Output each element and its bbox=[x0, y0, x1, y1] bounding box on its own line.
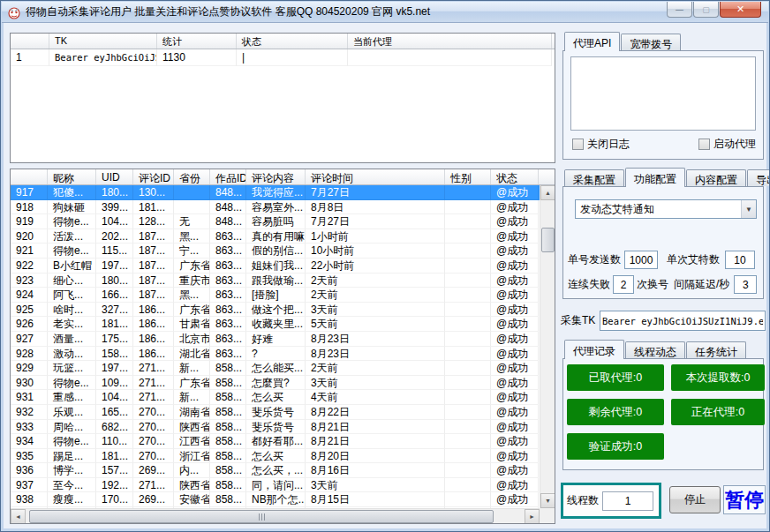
fail-count-input[interactable] bbox=[613, 275, 634, 294]
column-header[interactable]: 评论时间 bbox=[306, 169, 445, 184]
table-row[interactable]: 936博学...157...269...内...858...怎么买，...8月1… bbox=[11, 463, 540, 478]
maximize-button[interactable]: ▢ bbox=[693, 2, 719, 18]
vertical-scrollbar[interactable]: ▲ ▼ bbox=[540, 185, 555, 508]
table-cell: ? bbox=[246, 347, 306, 362]
proxy-api-input[interactable] bbox=[570, 56, 756, 131]
scroll-left-icon[interactable]: ◄ bbox=[11, 509, 26, 524]
table-row[interactable]: 921得物e...115...187...宁...863...假的别信...10… bbox=[11, 244, 540, 259]
tab-task-stats[interactable]: 任务统计 bbox=[686, 341, 746, 358]
scroll-right-icon[interactable]: ► bbox=[525, 509, 540, 524]
table-row[interactable]: 929玩篮...197...271...新...858...怎么能买...2天前… bbox=[11, 361, 540, 376]
proxy-panel: 代理API 宽带拨号 关闭日志 启动代理 bbox=[562, 31, 764, 160]
table-cell: 271... bbox=[133, 478, 174, 493]
counter-active-proxies[interactable]: 正在代理:0 bbox=[671, 399, 765, 425]
table-cell: 399... bbox=[96, 200, 133, 215]
table-row[interactable]: 920活泼...202...187...黑...863...真的有用嘛1小时前@… bbox=[11, 229, 540, 244]
table-row[interactable]: 935踢足...181...270...浙江省858...怎么买8月20日@成功 bbox=[11, 449, 540, 464]
table-cell: 128... bbox=[133, 214, 174, 229]
tab-broadband-dial[interactable]: 宽带拨号 bbox=[621, 34, 681, 50]
mentions-per-post-input[interactable] bbox=[725, 251, 755, 269]
table-cell: 858... bbox=[210, 463, 246, 478]
minimize-icon: — bbox=[676, 5, 683, 14]
tab-proxy-record[interactable]: 代理记录 bbox=[564, 340, 624, 359]
column-header[interactable]: 昵称 bbox=[48, 169, 96, 184]
close-icon: ✕ bbox=[736, 4, 744, 15]
table-cell bbox=[445, 317, 491, 332]
counter-verified[interactable]: 验证成功:0 bbox=[567, 433, 664, 460]
counter-fetched-count[interactable]: 本次提取数:0 bbox=[671, 364, 765, 391]
table-row[interactable]: 918狗妹砸399...181...848...容易室外...8月8日@成功 bbox=[11, 200, 540, 215]
table-row[interactable]: 932乐观...165...270...湖南省858...斐乐货号8月22日@成… bbox=[11, 405, 540, 420]
pause-button[interactable]: 暂停 bbox=[723, 485, 766, 514]
table-row[interactable]: 938瘦瘦...170...269...安徽省858...NB那个怎...8月1… bbox=[11, 492, 540, 507]
column-header[interactable]: 统计 bbox=[157, 34, 237, 49]
table-cell: 931 bbox=[11, 390, 48, 405]
column-header[interactable]: UID bbox=[96, 169, 133, 184]
table-row[interactable]: 1Bearer eyJhbGciOiJSU...1130| bbox=[11, 49, 555, 66]
column-header[interactable]: 性别 bbox=[445, 169, 491, 184]
table-cell: 8月23日 bbox=[306, 332, 445, 347]
table-row[interactable]: 925啥时...327...186...广东省863...做这个把...3天前@… bbox=[11, 303, 540, 318]
table-cell: @成功 bbox=[491, 492, 539, 507]
column-header[interactable]: 状态 bbox=[491, 169, 539, 184]
table-cell: @成功 bbox=[491, 185, 539, 200]
column-header[interactable]: 评论ID bbox=[133, 169, 174, 184]
table-cell bbox=[174, 185, 210, 200]
table-row[interactable]: 930得物e...109...271...广东省858...怎麼買?3天前@成功 bbox=[11, 376, 540, 391]
tab-thread-activity[interactable]: 线程动态 bbox=[625, 341, 685, 358]
close-button[interactable]: ✕ bbox=[720, 2, 761, 18]
table-cell: 都好看耶... bbox=[246, 434, 306, 449]
table-row[interactable]: 937至今...192...271...陕西省858...同，请问...3天前@… bbox=[11, 478, 540, 493]
counter-remaining-proxies[interactable]: 剩余代理:0 bbox=[567, 399, 664, 425]
interval-input[interactable] bbox=[734, 275, 757, 294]
send-per-account-input[interactable] bbox=[624, 251, 658, 269]
table-row[interactable]: 926老实...181...186...甘肃省863...收藏夹里...5天前@… bbox=[11, 317, 540, 332]
table-cell: 922 bbox=[11, 259, 48, 273]
table-cell: 8月15日 bbox=[306, 492, 445, 507]
horizontal-scroll-thumb[interactable] bbox=[29, 510, 494, 523]
notify-type-dropdown[interactable]: 发动态艾特通知 ▼ bbox=[575, 199, 757, 219]
table-cell: 109... bbox=[96, 376, 133, 391]
scroll-up-icon[interactable]: ▲ bbox=[540, 185, 555, 200]
table-row[interactable]: 933周哈...682...270...陕西省858...斐乐货号8月21日@成… bbox=[11, 420, 540, 435]
column-header[interactable]: TK bbox=[49, 34, 157, 49]
counter-got-proxies[interactable]: 已取代理:0 bbox=[567, 364, 664, 391]
table-cell: 狗妹砸 bbox=[48, 200, 96, 215]
table-row[interactable]: 928激动...158...186...湖北省863...?8月23日@成功 bbox=[11, 347, 540, 362]
table-row[interactable]: 923细心...180...187...重庆市863...跟我做瑜...2天前@… bbox=[11, 273, 540, 288]
scroll-down-icon[interactable]: ▼ bbox=[540, 493, 555, 508]
thread-count-input[interactable] bbox=[602, 491, 653, 511]
horizontal-scrollbar[interactable]: ◄ ► bbox=[11, 508, 540, 523]
table-cell: 186... bbox=[133, 303, 174, 318]
minimize-button[interactable]: — bbox=[667, 2, 692, 18]
tab-function-config[interactable]: 功能配置 bbox=[625, 168, 685, 187]
collect-tk-input[interactable] bbox=[600, 311, 766, 331]
table-row[interactable]: 927酒量...175...186...北京市863...好难8月23日@成功 bbox=[11, 332, 540, 347]
table-row[interactable]: 934得物e...110...270...江西省858...都好看耶...8月2… bbox=[11, 434, 540, 449]
column-header[interactable]: 作品ID bbox=[210, 169, 246, 184]
stop-button[interactable]: 停止 bbox=[669, 486, 721, 513]
title-bar: 得物自动采集评论用户 批量关注和评论点赞协议软件 客服QQ 804520209 … bbox=[2, 2, 768, 23]
table-cell: @成功 bbox=[491, 478, 539, 493]
column-header[interactable]: 当前代理 bbox=[348, 34, 552, 49]
table-row[interactable]: 922B小红帽197...187...广东省863...姐妹们我...22小时前… bbox=[11, 259, 540, 273]
column-header[interactable]: 省份 bbox=[174, 169, 210, 184]
table-row[interactable]: 917犯傻...180...130...848...我觉得应...7月27日@成… bbox=[11, 185, 540, 200]
table-cell: 3天前 bbox=[306, 376, 445, 391]
checkbox-close-log[interactable]: 关闭日志 bbox=[572, 137, 630, 152]
tab-proxy-api[interactable]: 代理API bbox=[564, 32, 620, 51]
table-cell: 1 bbox=[11, 49, 49, 66]
table-cell bbox=[445, 303, 491, 318]
checkbox-start-proxy[interactable]: 启动代理 bbox=[698, 137, 756, 152]
column-header[interactable]: 评论内容 bbox=[246, 169, 306, 184]
table-row[interactable]: 924阿飞...166...187...黑...863...[捂脸]2天前@成功 bbox=[11, 288, 540, 303]
table-row[interactable]: 919得物e...104...128...无848...容易脏吗7月27日@成功 bbox=[11, 214, 540, 229]
tab-content-config[interactable]: 内容配置 bbox=[686, 169, 746, 186]
column-header[interactable] bbox=[11, 169, 48, 184]
table-row[interactable]: 931重感...104...271...新...858...怎么买4天前@成功 bbox=[11, 390, 540, 405]
tab-export[interactable]: 导出 bbox=[747, 169, 770, 186]
column-header[interactable] bbox=[11, 34, 49, 49]
tab-collect-config[interactable]: 采集配置 bbox=[564, 169, 624, 186]
column-header[interactable]: 状态 bbox=[237, 34, 348, 49]
vertical-scroll-thumb[interactable] bbox=[541, 228, 555, 252]
